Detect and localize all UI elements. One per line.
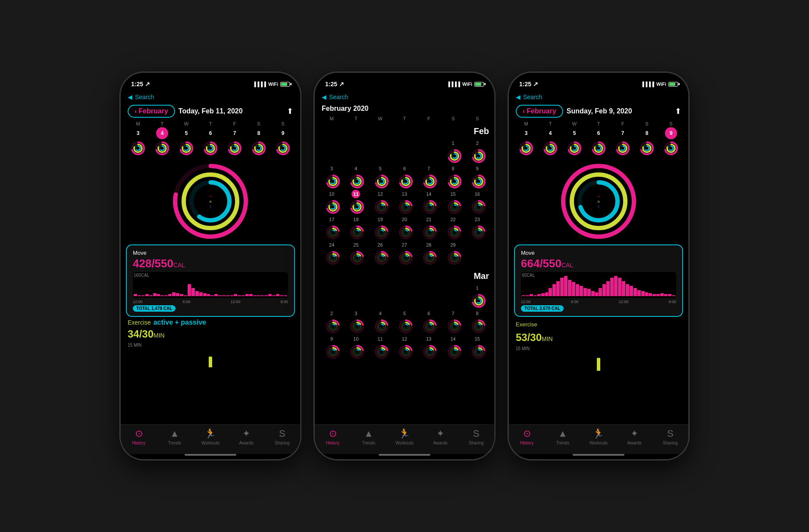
cal-cell[interactable]: 22 [441,214,464,239]
cal-cell[interactable]: 15 [466,334,489,358]
cal-cell[interactable]: 12 [369,189,392,213]
week-day-2[interactable]: W 5 [564,121,585,156]
cal-cell[interactable]: 17 [320,214,343,239]
tab-workouts[interactable]: 🏃 Workouts [198,428,223,445]
day-number: 6 [593,127,605,139]
week-day-4[interactable]: F 7 [612,121,633,156]
cal-cell[interactable]: 9 [466,163,489,188]
cal-cell[interactable]: 7 [441,308,464,333]
cal-cell[interactable]: 28 [417,240,440,264]
chart-bar [533,295,537,296]
time-label: 12:00 [231,300,241,304]
tab-icon: 🏃 [204,428,216,439]
cal-cell[interactable]: 16 [466,189,489,213]
exercise-chart [514,354,683,371]
tab-trends[interactable]: ▲ Trends [162,428,188,445]
cal-cell [344,138,367,163]
tab-history[interactable]: ⊙ History [320,428,346,445]
exercise-bar [209,357,212,367]
cal-cell[interactable]: 8 [441,163,464,188]
tab-sharing[interactable]: S Sharing [463,428,489,445]
cal-cell[interactable]: 6 [417,308,440,333]
cal-cell[interactable]: 5 [393,308,416,333]
tab-awards[interactable]: ✦ Awards [233,428,259,445]
cal-cell[interactable]: 3 [320,163,343,188]
week-day-5[interactable]: S 8 [637,121,657,156]
cal-cell[interactable]: 24 [320,240,343,264]
cal-cell[interactable]: 14 [417,189,440,213]
back-button[interactable]: ◀ Search [128,94,154,100]
tab-workouts[interactable]: 🏃 Workouts [392,428,417,445]
tab-trends[interactable]: ▲ Trends [356,428,382,445]
week-day-0[interactable]: M 3 [128,121,148,156]
cal-cell[interactable]: 12 [393,334,416,358]
cal-cell[interactable]: 2 [320,308,343,333]
cal-cell[interactable]: 4 [369,308,392,333]
tab-workouts[interactable]: 🏃 Workouts [586,428,611,445]
week-day-2[interactable]: W 5 [176,121,197,156]
month-button[interactable]: ‹ February [516,105,563,118]
month-button[interactable]: ‹ February [128,105,175,118]
tab-sharing[interactable]: S Sharing [657,428,683,445]
cal-cell[interactable]: 5 [369,163,392,188]
tab-history[interactable]: ⊙ History [126,428,152,445]
cal-cell[interactable]: 20 [393,214,416,239]
cal-cell[interactable]: 15 [441,189,464,213]
cal-cell[interactable]: 7 [417,163,440,188]
cal-cell[interactable]: 3 [344,308,367,333]
week-day-5[interactable]: S 8 [248,121,269,156]
tab-icon: 🏃 [398,428,410,439]
cal-cell[interactable]: 23 [466,214,489,239]
cal-cell[interactable]: 4 [344,163,367,188]
share-button[interactable]: ⬆ [287,106,293,116]
cal-cell[interactable]: 10 [320,189,343,213]
week-day-1[interactable]: T 4 [540,121,561,156]
week-day-0[interactable]: M 3 [516,121,536,156]
cal-cell[interactable]: 18 [344,214,367,239]
move-label: Move [133,250,288,256]
week-day-4[interactable]: F 7 [224,121,245,156]
tab-history[interactable]: ⊙ History [514,428,540,445]
tab-awards[interactable]: ✦ Awards [427,428,453,445]
main-rings: → » ↑ [509,158,688,244]
tab-sharing[interactable]: S Sharing [269,428,295,445]
chart-bar [537,294,541,296]
cal-day-num: 6 [424,309,433,318]
cal-day-num [449,284,458,292]
cal-cell[interactable]: 9 [320,334,343,358]
cal-cell[interactable]: 27 [393,240,416,264]
cal-day-num: 11 [376,335,385,343]
tab-awards[interactable]: ✦ Awards [621,428,647,445]
cal-cell [417,138,440,163]
cal-cell[interactable]: 1 [441,138,464,163]
cal-cell[interactable]: 10 [344,334,367,358]
week-day-3[interactable]: T 6 [588,121,609,156]
cal-cell[interactable]: 21 [417,214,440,239]
cal-cell[interactable]: 26 [369,240,392,264]
cal-day-num: 2 [473,139,482,147]
back-button[interactable]: ◀ Search [516,94,542,100]
week-day-6[interactable]: S 9 [661,121,681,156]
week-day-6[interactable]: S 9 [273,121,293,156]
cal-cell[interactable]: 11 [369,334,392,358]
cal-cell[interactable]: 2 [466,138,489,163]
cal-cell[interactable]: 11 [344,189,367,213]
tab-trends[interactable]: ▲ Trends [550,428,576,445]
nav-bar: ◀ Search [315,92,494,103]
cal-cell[interactable]: 13 [393,189,416,213]
cal-cell[interactable]: 13 [417,334,440,358]
cal-cell[interactable]: 14 [441,334,464,358]
back-button[interactable]: ◀ Search [322,94,348,100]
cal-cell[interactable]: 29 [441,240,464,264]
week-day-3[interactable]: T 6 [200,121,221,156]
cal-cell[interactable]: 8 [466,308,489,333]
share-button[interactable]: ⬆ [675,106,681,116]
move-label: Move [521,250,676,256]
cal-cell[interactable]: 1 [466,283,489,307]
cal-cell[interactable]: 6 [393,163,416,188]
calendar-scroll[interactable]: February 2020 MTWTFSS Feb [315,103,494,424]
cal-cell[interactable]: 25 [344,240,367,264]
day-number: 4 [544,127,556,139]
week-day-1[interactable]: T 4 [152,121,172,156]
cal-cell[interactable]: 19 [369,214,392,239]
